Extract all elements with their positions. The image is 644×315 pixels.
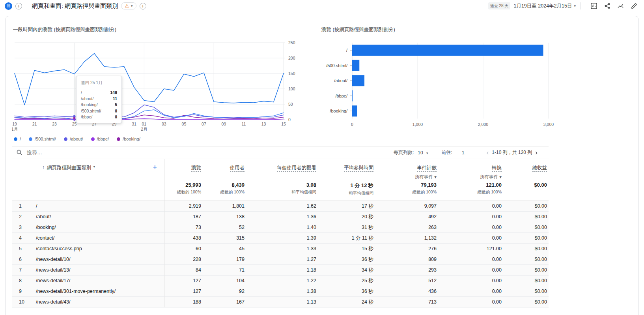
x-axis-tick: 13: [261, 122, 266, 126]
series-line-/about/: [15, 105, 284, 118]
metric-cell: 1.18: [246, 265, 318, 276]
metric-cell: $0.00: [503, 254, 549, 265]
property-badge[interactable]: 所: [5, 2, 12, 10]
metric-header-label[interactable]: 每個使用者的觀看: [277, 165, 316, 172]
date-range-selector[interactable]: 1月19日至 2024年2月15日 ▾: [513, 3, 576, 9]
metric-header-label[interactable]: 瀏覽: [191, 165, 201, 172]
metric-cell: 1,132: [375, 233, 438, 244]
x-axis-tick: 31: [132, 122, 136, 126]
y-axis-tick: 250: [288, 40, 295, 45]
metric-cell: $0.00: [503, 265, 549, 276]
metric-header-label[interactable]: 事件計數: [417, 165, 437, 172]
bar-chart-svg[interactable]: 01,0002,0003,000//500.shtml//about//bbpe…: [321, 39, 557, 134]
pagination-range: 1-10 列，共 120 列: [492, 149, 532, 156]
add-comparison-icon[interactable]: +: [15, 3, 22, 9]
totals-value: 121.00: [438, 182, 502, 188]
metric-cell: 1.40: [246, 222, 318, 233]
metric-header-label[interactable]: 總收益: [532, 165, 547, 172]
column-header-使用者[interactable]: 使用者: [203, 159, 246, 180]
metric-cell: 92: [203, 286, 246, 297]
legend-item[interactable]: /bbpe/: [91, 137, 109, 141]
metric-subheader[interactable]: 所有事件 ▾: [438, 174, 502, 180]
customize-report-icon[interactable]: [589, 1, 599, 11]
column-header-瀏覽[interactable]: 瀏覽: [164, 159, 203, 180]
x-axis-tick: 05: [182, 122, 187, 126]
legend-item[interactable]: /about/: [64, 137, 83, 141]
tooltip-title: 週四 25 1月: [81, 80, 117, 86]
share-icon[interactable]: [602, 1, 612, 11]
y-axis-tick: 50: [288, 102, 293, 107]
metric-cell: 15 秒: [318, 244, 375, 254]
legend-dot: [64, 137, 67, 141]
goto-page-input[interactable]: 1: [456, 150, 470, 156]
dimension-header-label[interactable]: 網頁路徑與畫面類別: [47, 165, 91, 171]
x-axis-tick: 19: [12, 122, 17, 126]
date-preset-chip: 過去 28 天: [488, 2, 511, 9]
totals-value: 1 分 12 秒: [318, 182, 373, 189]
row-page-path: /news-detail/13/: [34, 265, 164, 276]
bar-/about/[interactable]: [352, 75, 364, 86]
metric-cell: 0.00: [438, 297, 503, 308]
rows-per-page-select[interactable]: 10 ▾: [418, 150, 428, 156]
bar-/500.shtml/[interactable]: [352, 60, 359, 71]
data-table: ↑網頁路徑與畫面類別▾+瀏覽使用者每個使用者的觀看平均參與時間事件計數所有事件 …: [12, 159, 549, 308]
y-axis-tick: 200: [288, 56, 295, 60]
row-page-path: /news-detail/43/: [34, 297, 164, 308]
column-header-總收益[interactable]: 總收益: [503, 159, 549, 180]
report-title: 網頁和畫面: 網頁路徑與畫面類別: [32, 2, 118, 10]
row-number: 4: [12, 233, 34, 244]
prev-page-icon[interactable]: ‹: [483, 149, 492, 156]
column-header-事件計數[interactable]: 事件計數所有事件 ▾: [375, 159, 438, 180]
metric-cell: 1.27: [246, 254, 318, 265]
metric-cell: 71: [203, 265, 246, 276]
legend-item[interactable]: /500.shtml/: [29, 137, 56, 141]
bar-/booking/[interactable]: [352, 105, 357, 116]
metric-cell: 36 秒: [318, 254, 375, 265]
add-dimension-button[interactable]: +: [153, 165, 157, 170]
legend-item[interactable]: /: [14, 137, 21, 141]
metric-cell: 1.39: [246, 233, 318, 244]
insights-icon[interactable]: [616, 1, 626, 11]
date-range-text: 1月19日至 2024年2月15日: [513, 3, 572, 9]
row-number: 7: [12, 265, 34, 276]
metric-cell: $0.00: [503, 233, 549, 244]
search-input[interactable]: 搜尋…: [16, 149, 42, 156]
add-filter-icon[interactable]: +: [140, 3, 146, 9]
metric-cell: 1.38: [246, 286, 318, 297]
chevron-down-icon: ▾: [574, 4, 576, 8]
column-header-平均參與時間[interactable]: 平均參與時間: [318, 159, 375, 180]
data-quality-pill[interactable]: ⚠ ▾: [121, 2, 136, 9]
sort-ascending-icon[interactable]: ↑: [42, 165, 45, 170]
bar-chart-block: 瀏覽 (按網頁路徑與畫面類別劃分) 01,0002,0003,000//500.…: [321, 23, 557, 141]
metric-header-label[interactable]: 平均參與時間: [344, 165, 373, 172]
metric-cell: 187: [164, 212, 203, 222]
row-page-path: /about/: [34, 212, 164, 222]
edit-icon[interactable]: [629, 1, 639, 11]
column-header-dimension[interactable]: ↑網頁路徑與畫面類別▾+: [12, 159, 164, 180]
metric-cell: 0.00: [438, 233, 503, 244]
row-number: 10: [12, 297, 34, 308]
line-chart-area[interactable]: 050100150200250191月212325272931012月03050…: [12, 39, 312, 133]
category-label: /booking/: [330, 109, 348, 113]
metric-cell: 0.00: [438, 265, 503, 276]
metric-header-label[interactable]: 轉換: [492, 165, 502, 172]
divider: [581, 2, 581, 9]
next-page-icon[interactable]: ›: [532, 149, 541, 156]
metric-cell: 2,919: [164, 201, 203, 212]
report-card: 一段時間內的瀏覽 (按網頁路徑與畫面類別劃分) 0501001502002501…: [6, 16, 638, 315]
totals-sublabel: 總數的 100%: [203, 189, 245, 195]
metric-subheader[interactable]: 所有事件 ▾: [375, 174, 437, 180]
bar-/[interactable]: [352, 45, 543, 56]
row-number: 8: [12, 276, 34, 286]
chevron-down-icon: ▾: [93, 165, 95, 169]
bar-/bbpe/[interactable]: [352, 90, 353, 101]
metric-cell: 0.00: [438, 254, 503, 265]
metric-cell: 20 秒: [318, 212, 375, 222]
column-header-轉換[interactable]: 轉換所有事件 ▾: [438, 159, 503, 180]
column-header-每個使用者的觀看[interactable]: 每個使用者的觀看: [246, 159, 318, 180]
legend-dot: [117, 137, 120, 141]
metric-header-label[interactable]: 使用者: [230, 165, 245, 172]
legend-item[interactable]: /booking/: [117, 137, 140, 141]
line-chart-title: 一段時間內的瀏覽 (按網頁路徑與畫面類別劃分): [13, 26, 312, 33]
goto-page-label: 前往:: [442, 149, 452, 156]
